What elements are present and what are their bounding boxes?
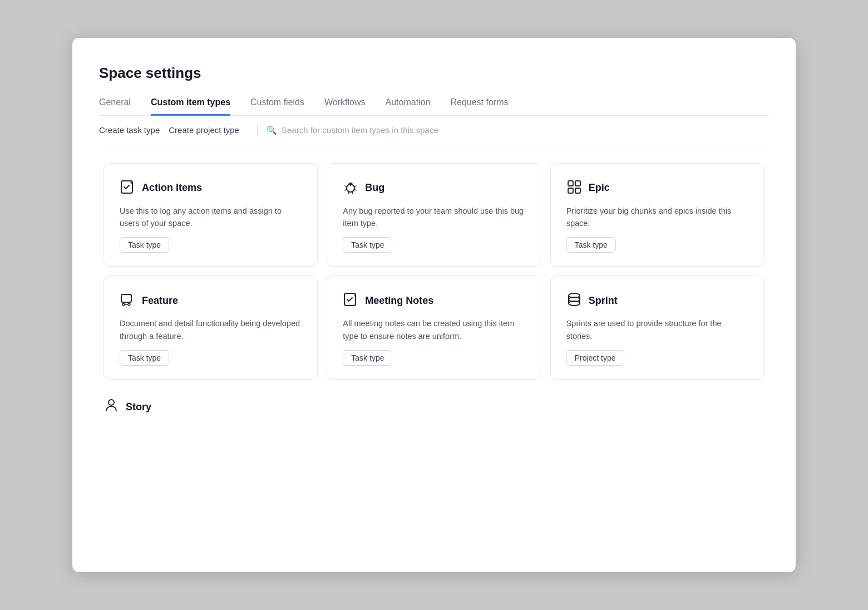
tab-automation[interactable]: Automation (385, 97, 430, 116)
page-title: Space settings (99, 65, 769, 82)
story-icon (103, 397, 119, 417)
svg-line-6 (354, 189, 356, 190)
tab-custom-item-types[interactable]: Custom item types (151, 97, 230, 116)
svg-line-4 (354, 186, 356, 187)
svg-line-3 (345, 186, 347, 187)
story-row[interactable]: Story (99, 384, 769, 417)
card-action-items-badge: Task type (120, 237, 169, 253)
svg-point-15 (128, 303, 130, 306)
main-window: Space settings General Custom item types… (72, 38, 796, 572)
create-task-type-button[interactable]: Create task type (99, 125, 169, 135)
card-feature-desc: Document and detail functionality being … (120, 317, 302, 342)
meeting-icon (343, 292, 358, 309)
card-epic[interactable]: Epic Prioritize your big chunks and epic… (550, 163, 765, 267)
tab-request-forms[interactable]: Request forms (450, 97, 508, 116)
svg-rect-9 (568, 181, 573, 186)
svg-rect-10 (575, 181, 580, 186)
epic-icon (566, 179, 582, 197)
card-header: Sprint (566, 292, 748, 309)
card-meeting-notes-title: Meeting Notes (365, 295, 433, 307)
card-feature-title: Feature (142, 295, 178, 307)
card-bug-badge: Task type (343, 237, 392, 253)
feature-icon (120, 292, 135, 309)
search-area[interactable]: 🔍 Search for custom item types in this s… (267, 125, 438, 135)
create-project-type-button[interactable]: Create project type (169, 125, 248, 135)
card-epic-desc: Prioritize your big chunks and epics ins… (566, 205, 748, 230)
sprint-icon (566, 292, 582, 309)
card-epic-badge: Task type (566, 237, 616, 253)
svg-line-7 (348, 192, 349, 194)
tab-workflows[interactable]: Workflows (324, 97, 366, 116)
svg-rect-12 (575, 188, 580, 193)
card-header: Epic (566, 179, 748, 197)
card-feature-badge: Task type (120, 350, 169, 366)
card-sprint-badge: Project type (566, 350, 624, 366)
svg-line-8 (352, 192, 353, 194)
card-feature[interactable]: Feature Document and detail functionalit… (103, 276, 318, 380)
svg-rect-11 (568, 188, 573, 193)
bug-icon (343, 179, 358, 197)
card-bug[interactable]: Bug Any bug reported to your team should… (327, 163, 541, 267)
card-bug-desc: Any bug reported to your team should use… (343, 205, 525, 230)
cards-grid: Action Items Use this to log any action … (99, 159, 769, 385)
card-meeting-notes[interactable]: Meeting Notes All meeting notes can be c… (327, 276, 541, 380)
card-bug-title: Bug (365, 182, 384, 194)
search-placeholder[interactable]: Search for custom item types in this spa… (282, 125, 438, 135)
toolbar: Create task type Create project type 🔍 S… (99, 116, 769, 145)
card-header: Bug (343, 179, 525, 197)
card-meeting-notes-badge: Task type (343, 350, 392, 366)
card-action-items[interactable]: Action Items Use this to log any action … (103, 163, 318, 267)
tab-nav: General Custom item types Custom fields … (99, 97, 769, 116)
card-header: Meeting Notes (343, 292, 525, 309)
search-icon: 🔍 (267, 125, 277, 135)
story-title: Story (126, 401, 151, 413)
card-meeting-notes-desc: All meeting notes can be created using t… (343, 317, 525, 342)
svg-point-25 (108, 400, 114, 405)
card-epic-title: Epic (589, 182, 610, 194)
svg-line-5 (345, 189, 347, 190)
card-header: Action Items (120, 179, 302, 197)
card-sprint-title: Sprint (589, 295, 618, 307)
tab-custom-fields[interactable]: Custom fields (250, 97, 304, 116)
card-header: Feature (120, 292, 302, 309)
card-sprint-desc: Sprints are used to provide structure fo… (566, 317, 748, 342)
tab-general[interactable]: General (99, 97, 131, 116)
action-icon (120, 179, 135, 197)
toolbar-divider (257, 125, 258, 136)
svg-rect-13 (121, 294, 131, 302)
card-action-items-desc: Use this to log any action items and ass… (120, 205, 302, 230)
card-action-items-title: Action Items (142, 182, 202, 194)
svg-point-14 (122, 303, 125, 306)
card-sprint[interactable]: Sprint Sprints are used to provide struc… (550, 276, 765, 380)
